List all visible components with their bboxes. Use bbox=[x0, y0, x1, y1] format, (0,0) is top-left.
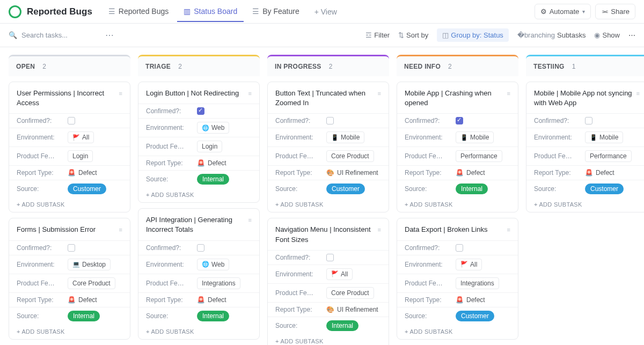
task-card[interactable]: API Integration | Generating Incorrect T… bbox=[138, 208, 260, 339]
checkbox-icon[interactable] bbox=[456, 117, 463, 124]
field-product-feature: Product Fe…Login bbox=[138, 137, 259, 156]
task-card[interactable]: Mobile App | Crashing when opened≡Confir… bbox=[397, 82, 518, 212]
field-product-feature: Product Fe…Integrations bbox=[397, 274, 518, 292]
task-card[interactable]: Mobile | Mobile App not syncing with Web… bbox=[526, 82, 644, 212]
task-card[interactable]: Data Export | Broken Links≡Confirmed?:En… bbox=[397, 218, 518, 339]
env-tag[interactable]: 🚩All bbox=[456, 259, 482, 270]
field-source: Source:Internal bbox=[397, 180, 518, 197]
chevron-down-icon: ▾ bbox=[582, 9, 585, 14]
feature-tag[interactable]: Login bbox=[68, 150, 93, 162]
board-column: TESTIING1Mobile | Mobile App not syncing… bbox=[526, 55, 644, 345]
automate-button[interactable]: ⚙ Automate ▾ bbox=[535, 4, 591, 19]
tab-by-feature[interactable]: ☰ By Feature bbox=[246, 2, 305, 22]
field-product-feature: Product Fe…Login bbox=[9, 146, 130, 165]
field-environment: Environment:💻Desktop bbox=[9, 255, 130, 274]
task-card[interactable]: Button Text | Truncated when Zoomed In≡C… bbox=[267, 82, 389, 212]
checkbox-icon[interactable] bbox=[585, 117, 592, 124]
task-card[interactable]: Login Button | Not Redirecting≡Confirmed… bbox=[138, 82, 260, 203]
field-report-type: Report Type:🚨Defect bbox=[9, 292, 130, 307]
env-tag[interactable]: 🌐Web bbox=[197, 259, 229, 270]
search-placeholder: Search tasks... bbox=[21, 31, 68, 39]
feature-tag[interactable]: Core Product bbox=[326, 287, 374, 299]
top-bar: Reported Bugs ☰ Reported Bugs ▥ Status B… bbox=[0, 0, 644, 24]
env-tag[interactable]: 📱Mobile bbox=[326, 131, 364, 143]
source-badge[interactable]: Internal bbox=[197, 311, 229, 321]
task-card[interactable]: Navigation Menu | Inconsistent Font Size… bbox=[267, 218, 389, 345]
checkbox-icon[interactable] bbox=[456, 244, 463, 252]
env-tag[interactable]: 🚩All bbox=[68, 131, 94, 143]
add-subtask-button[interactable]: + ADD SUBTASK bbox=[268, 197, 389, 209]
add-subtask-button[interactable]: + ADD SUBTASK bbox=[9, 197, 130, 209]
more-icon[interactable]: ⋯ bbox=[105, 30, 114, 40]
report-type-value: 🚨Defect bbox=[197, 159, 226, 167]
source-badge[interactable]: Internal bbox=[197, 174, 229, 185]
source-badge[interactable]: Internal bbox=[326, 320, 358, 331]
column-header[interactable]: TRIAGE2 bbox=[138, 55, 260, 76]
add-subtask-button[interactable]: + ADD SUBTASK bbox=[138, 325, 259, 336]
env-tag[interactable]: 🌐Web bbox=[197, 122, 229, 134]
checkbox-icon[interactable] bbox=[197, 244, 204, 252]
feature-tag[interactable]: Integrations bbox=[456, 277, 499, 289]
feature-tag[interactable]: Integrations bbox=[197, 277, 240, 289]
field-report-type: Report Type:🚨Defect bbox=[397, 292, 518, 307]
feature-tag[interactable]: Performance bbox=[456, 150, 502, 162]
show-button[interactable]: ◉Show bbox=[594, 31, 620, 39]
source-badge[interactable]: Internal bbox=[68, 311, 100, 321]
column-header[interactable]: OPEN2 bbox=[9, 55, 130, 76]
card-title: API Integration | Generating Incorrect T… bbox=[138, 209, 259, 240]
sort-button[interactable]: ⇅Sort by bbox=[398, 31, 428, 39]
source-badge[interactable]: Customer bbox=[585, 183, 624, 194]
add-subtask-button[interactable]: + ADD SUBTASK bbox=[526, 197, 644, 209]
robot-icon: ⚙ bbox=[540, 8, 547, 16]
board-column: IN PROGRESS2Button Text | Truncated when… bbox=[267, 55, 389, 345]
card-title: Button Text | Truncated when Zoomed In≡ bbox=[268, 82, 389, 113]
task-card[interactable]: User Permissions | Incorrect Access≡Conf… bbox=[9, 82, 130, 212]
checkbox-icon[interactable] bbox=[68, 244, 75, 252]
feature-tag[interactable]: Core Product bbox=[68, 277, 115, 289]
checkbox-icon[interactable] bbox=[326, 117, 334, 124]
search-input[interactable]: 🔍 Search tasks... bbox=[9, 31, 68, 39]
field-report-type: Report Type:🚨Defect bbox=[9, 165, 130, 180]
share-button[interactable]: ⫘ Share bbox=[595, 4, 635, 19]
add-subtask-button[interactable]: + ADD SUBTASK bbox=[138, 188, 259, 199]
description-icon: ≡ bbox=[248, 216, 252, 224]
group-by-button[interactable]: ◫Group by: Status bbox=[437, 28, 509, 42]
add-subtask-button[interactable]: + ADD SUBTASK bbox=[9, 325, 130, 336]
add-view-button[interactable]: + View bbox=[308, 2, 343, 21]
report-type-value: 🚨Defect bbox=[68, 169, 97, 177]
subtasks-button[interactable]: �branchingSubtasks bbox=[517, 31, 586, 39]
more-button[interactable]: ⋯ bbox=[628, 31, 635, 39]
tab-status-board[interactable]: ▥ Status Board bbox=[177, 2, 244, 22]
field-report-type: Report Type:🎨UI Refinement bbox=[268, 165, 389, 180]
checkbox-icon[interactable] bbox=[68, 117, 75, 124]
add-subtask-button[interactable]: + ADD SUBTASK bbox=[397, 197, 518, 209]
source-badge[interactable]: Customer bbox=[456, 311, 494, 321]
board-column: TRIAGE2Login Button | Not Redirecting≡Co… bbox=[138, 55, 260, 345]
env-tag[interactable]: 🚩All bbox=[326, 268, 353, 280]
env-tag[interactable]: 📱Mobile bbox=[456, 131, 494, 143]
source-badge[interactable]: Customer bbox=[326, 183, 365, 194]
filter-button[interactable]: ☲Filter bbox=[365, 31, 390, 39]
source-badge[interactable]: Internal bbox=[456, 183, 488, 194]
env-tag[interactable]: 💻Desktop bbox=[68, 259, 111, 270]
tab-reported-bugs[interactable]: ☰ Reported Bugs bbox=[102, 2, 175, 22]
add-subtask-button[interactable]: + ADD SUBTASK bbox=[268, 334, 389, 345]
eye-icon: ◉ bbox=[594, 31, 600, 39]
checkbox-icon[interactable] bbox=[326, 254, 334, 261]
checkbox-icon[interactable] bbox=[197, 107, 204, 115]
report-type-value: 🚨Defect bbox=[68, 296, 97, 304]
toolbar: 🔍 Search tasks... ⋯ ☲Filter ⇅Sort by ◫Gr… bbox=[0, 24, 644, 47]
column-header[interactable]: IN PROGRESS2 bbox=[267, 55, 389, 76]
task-card[interactable]: Forms | Submission Error≡Confirmed?:Envi… bbox=[9, 218, 130, 339]
source-badge[interactable]: Customer bbox=[68, 183, 106, 194]
feature-tag[interactable]: Core Product bbox=[326, 150, 374, 162]
description-icon: ≡ bbox=[248, 90, 252, 98]
column-header[interactable]: NEED INFO2 bbox=[397, 55, 518, 76]
field-product-feature: Product Fe…Core Product bbox=[9, 274, 130, 292]
column-header[interactable]: TESTIING1 bbox=[526, 55, 644, 76]
env-tag[interactable]: 📱Mobile bbox=[585, 131, 623, 143]
feature-tag[interactable]: Login bbox=[197, 141, 222, 152]
feature-tag[interactable]: Performance bbox=[585, 150, 632, 162]
add-subtask-button[interactable]: + ADD SUBTASK bbox=[397, 325, 518, 336]
description-icon: ≡ bbox=[119, 226, 122, 234]
